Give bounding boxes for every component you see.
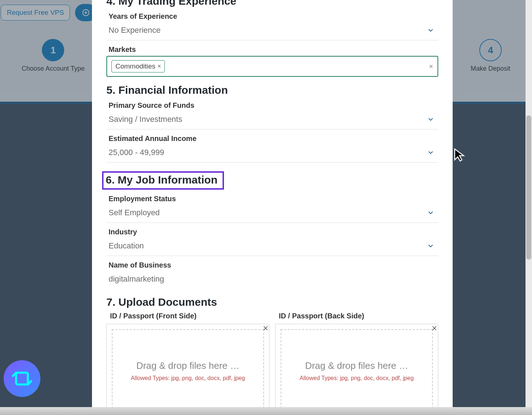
chevron-down-icon [427,242,435,250]
tag-label: Commodities [115,62,155,70]
business-value[interactable]: digitalmarketing [106,270,438,289]
dropzone-text: Drag & drop files here … [136,360,239,371]
income-select[interactable]: 25,000 - 49,999 [106,144,438,163]
years-value: No Experience [109,26,161,35]
close-icon[interactable]: × [432,323,437,334]
step-circle-4: 4 [479,39,502,61]
industry-label: Industry [106,228,438,236]
section-upload-title: 7. Upload Documents [106,296,438,308]
employment-label: Employment Status [106,195,438,203]
scrollbar-thumb[interactable] [526,115,531,260]
dropzone-front[interactable]: Drag & drop files here … Allowed Types: … [112,329,264,412]
years-label: Years of Experience [106,12,438,21]
dropzone-text: Drag & drop files here … [305,360,408,371]
id-front-upload[interactable]: × Drag & drop files here … Allowed Types… [106,324,269,415]
id-back-upload[interactable]: × Drag & drop files here … Allowed Types… [275,324,438,415]
allowed-types-text: Allowed Types: jpg, png, doc, docx, pdf,… [300,375,414,381]
chevron-down-icon [427,26,435,34]
id-back-label: ID / Passport (Back Side) [275,312,438,320]
funds-select[interactable]: Saving / Investments [106,110,438,129]
tag-remove-icon[interactable]: × [158,63,161,70]
clear-all-icon[interactable]: × [429,62,433,71]
svg-rect-1 [16,373,28,385]
footer-divider [0,407,532,415]
markets-tag-commodities[interactable]: Commodities × [111,60,165,72]
income-label: Estimated Annual Income [106,134,438,143]
markets-label: Markets [106,45,438,54]
section-trading-experience-title: 4. My Trading Experience [106,0,438,7]
step-4: 4 Make Deposit [471,39,510,72]
funds-label: Primary Source of Funds [106,101,438,110]
section-financial-title: 5. Financial Information [106,84,438,96]
id-front-label: ID / Passport (Front Side) [106,312,269,320]
dropzone-back[interactable]: Drag & drop files here … Allowed Types: … [281,329,433,412]
support-avatar-button[interactable] [4,360,40,397]
funds-value: Saving / Investments [109,115,182,124]
years-select[interactable]: No Experience [106,21,438,40]
registration-modal: 4. My Trading Experience Years of Experi… [92,0,453,415]
section-job-title: 6. My Job Information [106,174,217,186]
business-label: Name of Business [106,261,438,269]
markets-input[interactable]: Commodities × × [106,56,438,77]
close-icon[interactable]: × [263,323,268,334]
step-label-4: Make Deposit [471,65,510,72]
step-label-1: Choose Account Type [22,65,85,72]
employment-value: Self Employed [109,208,160,217]
industry-select[interactable]: Education [106,237,438,256]
allowed-types-text: Allowed Types: jpg, png, doc, docx, pdf,… [131,375,245,381]
request-vps-button[interactable]: Request Free VPS [1,5,70,21]
chevron-down-icon [427,149,435,156]
chevron-down-icon [427,115,435,123]
industry-value: Education [109,241,144,251]
employment-select[interactable]: Self Employed [106,204,438,223]
highlighted-section: 6. My Job Information [102,171,224,190]
step-1: 1 Choose Account Type [22,39,85,72]
scrollbar-track[interactable] [526,0,532,415]
income-value: 25,000 - 49,999 [109,148,164,157]
step-circle-1: 1 [42,39,64,61]
chevron-down-icon [427,209,435,217]
